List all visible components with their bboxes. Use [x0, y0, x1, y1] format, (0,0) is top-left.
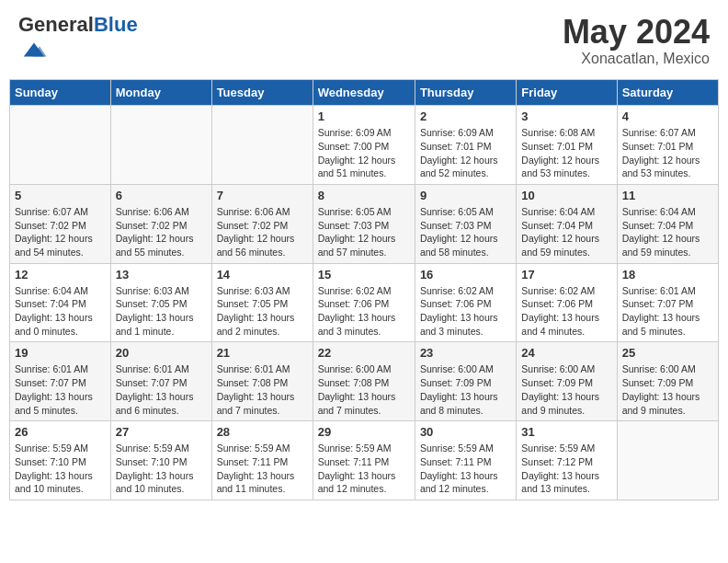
day-number: 14	[217, 268, 308, 282]
day-number: 16	[420, 268, 511, 282]
calendar-week-row: 12Sunrise: 6:04 AM Sunset: 7:04 PM Dayli…	[10, 263, 719, 342]
calendar-day-cell: 3Sunrise: 6:08 AM Sunset: 7:01 PM Daylig…	[517, 106, 617, 185]
calendar-day-cell: 4Sunrise: 6:07 AM Sunset: 7:01 PM Daylig…	[617, 106, 718, 185]
day-number: 2	[420, 109, 511, 123]
day-number: 15	[318, 268, 410, 282]
title-block: May 2024 Xonacatlan, Mexico	[563, 14, 710, 67]
calendar-day-cell: 31Sunrise: 5:59 AM Sunset: 7:12 PM Dayli…	[517, 421, 617, 500]
day-of-week-header: Wednesday	[313, 80, 415, 106]
calendar-day-cell: 2Sunrise: 6:09 AM Sunset: 7:01 PM Daylig…	[415, 106, 516, 185]
day-info: Sunrise: 6:09 AM Sunset: 7:00 PM Dayligh…	[318, 126, 410, 180]
page-header: GeneralBlue May 2024 Xonacatlan, Mexico	[9, 9, 719, 72]
day-of-week-header: Thursday	[415, 80, 516, 106]
calendar-week-row: 19Sunrise: 6:01 AM Sunset: 7:07 PM Dayli…	[10, 342, 719, 421]
calendar-location: Xonacatlan, Mexico	[563, 51, 710, 67]
day-number: 17	[521, 268, 611, 282]
day-number: 11	[622, 189, 713, 202]
day-info: Sunrise: 5:59 AM Sunset: 7:11 PM Dayligh…	[217, 442, 308, 496]
day-number: 28	[217, 425, 308, 439]
day-info: Sunrise: 6:00 AM Sunset: 7:09 PM Dayligh…	[420, 362, 511, 417]
day-of-week-header: Saturday	[617, 80, 718, 106]
day-number: 3	[521, 109, 611, 123]
calendar-day-cell: 26Sunrise: 5:59 AM Sunset: 7:10 PM Dayli…	[10, 421, 111, 500]
calendar-day-cell: 11Sunrise: 6:04 AM Sunset: 7:04 PM Dayli…	[617, 184, 718, 263]
day-info: Sunrise: 6:00 AM Sunset: 7:09 PM Dayligh…	[622, 362, 713, 417]
day-number: 8	[318, 189, 410, 202]
day-info: Sunrise: 6:06 AM Sunset: 7:02 PM Dayligh…	[217, 205, 308, 259]
day-number: 22	[318, 346, 410, 360]
day-info: Sunrise: 5:59 AM Sunset: 7:11 PM Dayligh…	[318, 442, 410, 496]
day-info: Sunrise: 6:05 AM Sunset: 7:03 PM Dayligh…	[420, 205, 511, 259]
day-info: Sunrise: 6:02 AM Sunset: 7:06 PM Dayligh…	[318, 284, 410, 339]
calendar-day-cell: 17Sunrise: 6:02 AM Sunset: 7:06 PM Dayli…	[517, 263, 617, 342]
day-number: 24	[521, 346, 611, 360]
calendar-day-cell: 18Sunrise: 6:01 AM Sunset: 7:07 PM Dayli…	[617, 263, 718, 342]
calendar-day-cell: 21Sunrise: 6:01 AM Sunset: 7:08 PM Dayli…	[211, 342, 313, 421]
calendar-day-cell: 9Sunrise: 6:05 AM Sunset: 7:03 PM Daylig…	[415, 184, 516, 263]
day-info: Sunrise: 6:04 AM Sunset: 7:04 PM Dayligh…	[521, 205, 611, 259]
day-info: Sunrise: 6:05 AM Sunset: 7:03 PM Dayligh…	[318, 205, 410, 259]
day-number: 10	[521, 189, 611, 202]
calendar-day-cell: 15Sunrise: 6:02 AM Sunset: 7:06 PM Dayli…	[313, 263, 415, 342]
calendar-header-row: SundayMondayTuesdayWednesdayThursdayFrid…	[10, 80, 719, 106]
day-info: Sunrise: 5:59 AM Sunset: 7:12 PM Dayligh…	[521, 442, 611, 496]
day-number: 26	[15, 425, 106, 439]
day-number: 7	[217, 189, 308, 202]
day-info: Sunrise: 6:07 AM Sunset: 7:02 PM Dayligh…	[15, 205, 106, 259]
day-of-week-header: Monday	[110, 80, 211, 106]
calendar-day-cell	[10, 106, 111, 185]
calendar-week-row: 5Sunrise: 6:07 AM Sunset: 7:02 PM Daylig…	[10, 184, 719, 263]
calendar-day-cell	[110, 106, 211, 185]
calendar-day-cell: 19Sunrise: 6:01 AM Sunset: 7:07 PM Dayli…	[10, 342, 111, 421]
day-info: Sunrise: 6:03 AM Sunset: 7:05 PM Dayligh…	[116, 284, 207, 339]
day-info: Sunrise: 6:09 AM Sunset: 7:01 PM Dayligh…	[420, 126, 511, 180]
calendar-day-cell: 25Sunrise: 6:00 AM Sunset: 7:09 PM Dayli…	[617, 342, 718, 421]
day-info: Sunrise: 6:02 AM Sunset: 7:06 PM Dayligh…	[521, 284, 611, 339]
day-number: 20	[116, 346, 207, 360]
day-info: Sunrise: 6:02 AM Sunset: 7:06 PM Dayligh…	[420, 284, 511, 339]
day-info: Sunrise: 6:08 AM Sunset: 7:01 PM Dayligh…	[521, 126, 611, 180]
calendar-day-cell: 27Sunrise: 5:59 AM Sunset: 7:10 PM Dayli…	[110, 421, 211, 500]
calendar-day-cell: 10Sunrise: 6:04 AM Sunset: 7:04 PM Dayli…	[517, 184, 617, 263]
day-number: 5	[15, 189, 106, 202]
calendar-day-cell: 22Sunrise: 6:00 AM Sunset: 7:08 PM Dayli…	[313, 342, 415, 421]
day-info: Sunrise: 6:04 AM Sunset: 7:04 PM Dayligh…	[15, 284, 106, 339]
calendar-week-row: 1Sunrise: 6:09 AM Sunset: 7:00 PM Daylig…	[10, 106, 719, 185]
logo-icon	[20, 36, 48, 63]
day-info: Sunrise: 5:59 AM Sunset: 7:10 PM Dayligh…	[116, 442, 207, 496]
day-number: 30	[420, 425, 511, 439]
day-info: Sunrise: 5:59 AM Sunset: 7:10 PM Dayligh…	[15, 442, 106, 496]
calendar-day-cell: 30Sunrise: 5:59 AM Sunset: 7:11 PM Dayli…	[415, 421, 516, 500]
day-number: 4	[622, 109, 713, 123]
calendar-day-cell: 1Sunrise: 6:09 AM Sunset: 7:00 PM Daylig…	[313, 106, 415, 185]
logo-text: GeneralBlue	[18, 14, 138, 36]
day-info: Sunrise: 6:03 AM Sunset: 7:05 PM Dayligh…	[217, 284, 308, 339]
calendar-day-cell: 7Sunrise: 6:06 AM Sunset: 7:02 PM Daylig…	[211, 184, 313, 263]
calendar-day-cell: 23Sunrise: 6:00 AM Sunset: 7:09 PM Dayli…	[415, 342, 516, 421]
day-info: Sunrise: 6:04 AM Sunset: 7:04 PM Dayligh…	[622, 205, 713, 259]
calendar-day-cell: 6Sunrise: 6:06 AM Sunset: 7:02 PM Daylig…	[110, 184, 211, 263]
day-number: 29	[318, 425, 410, 439]
day-info: Sunrise: 6:01 AM Sunset: 7:07 PM Dayligh…	[116, 362, 207, 417]
calendar-title: May 2024	[563, 14, 710, 51]
calendar-week-row: 26Sunrise: 5:59 AM Sunset: 7:10 PM Dayli…	[10, 421, 719, 500]
calendar-day-cell: 14Sunrise: 6:03 AM Sunset: 7:05 PM Dayli…	[211, 263, 313, 342]
calendar-day-cell: 12Sunrise: 6:04 AM Sunset: 7:04 PM Dayli…	[10, 263, 111, 342]
day-number: 18	[622, 268, 713, 282]
calendar-day-cell: 8Sunrise: 6:05 AM Sunset: 7:03 PM Daylig…	[313, 184, 415, 263]
calendar-day-cell: 13Sunrise: 6:03 AM Sunset: 7:05 PM Dayli…	[110, 263, 211, 342]
day-info: Sunrise: 6:06 AM Sunset: 7:02 PM Dayligh…	[116, 205, 207, 259]
day-of-week-header: Sunday	[10, 80, 111, 106]
day-info: Sunrise: 6:01 AM Sunset: 7:07 PM Dayligh…	[622, 284, 713, 339]
calendar-day-cell	[617, 421, 718, 500]
calendar-day-cell: 28Sunrise: 5:59 AM Sunset: 7:11 PM Dayli…	[211, 421, 313, 500]
day-info: Sunrise: 6:00 AM Sunset: 7:08 PM Dayligh…	[318, 362, 410, 417]
day-number: 9	[420, 189, 511, 202]
day-number: 13	[116, 268, 207, 282]
day-number: 25	[622, 346, 713, 360]
day-info: Sunrise: 6:01 AM Sunset: 7:08 PM Dayligh…	[217, 362, 308, 417]
calendar-day-cell: 16Sunrise: 6:02 AM Sunset: 7:06 PM Dayli…	[415, 263, 516, 342]
calendar-day-cell: 5Sunrise: 6:07 AM Sunset: 7:02 PM Daylig…	[10, 184, 111, 263]
day-number: 19	[15, 346, 106, 360]
logo-blue: Blue	[94, 13, 138, 36]
